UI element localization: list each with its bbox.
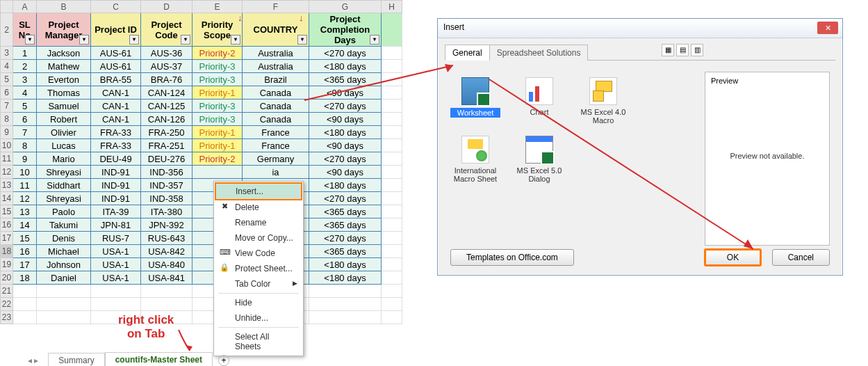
cell-priority[interactable]: Priority-1 (193, 126, 243, 139)
tab-summary[interactable]: Summary (48, 353, 104, 366)
tab-countifs-master[interactable]: countifs-Master Sheet (105, 352, 213, 366)
cell-pm[interactable]: Daniel (37, 271, 91, 285)
cell-pid[interactable]: ITA-39 (91, 205, 141, 218)
new-sheet-button[interactable]: + (218, 355, 229, 366)
cell-days[interactable]: <90 days (309, 113, 382, 126)
cell-pid[interactable]: CAN-1 (91, 86, 141, 100)
cell-pid[interactable]: USA-1 (91, 245, 141, 258)
cell[interactable] (382, 192, 402, 205)
cell-country[interactable]: Australia (243, 60, 309, 73)
cell[interactable] (91, 298, 141, 311)
menu-view-code[interactable]: ⌨View Code (215, 246, 302, 261)
cell-pid[interactable]: FRA-33 (91, 126, 141, 139)
cell[interactable] (382, 205, 402, 218)
cell[interactable] (382, 232, 402, 245)
row-header[interactable]: 5 (1, 73, 13, 86)
cell[interactable] (382, 285, 402, 298)
row-header[interactable]: 12 (1, 166, 13, 179)
menu-delete[interactable]: ✖Delete (215, 200, 302, 215)
cell[interactable] (382, 152, 402, 166)
menu-hide[interactable]: Hide (215, 295, 302, 310)
row-header[interactable]: 18 (1, 245, 13, 258)
cell-pm[interactable]: Jackson (37, 47, 91, 60)
row-header[interactable]: 11 (1, 152, 13, 166)
row-header[interactable]: 13 (1, 179, 13, 192)
cell-pid[interactable]: USA-1 (91, 258, 141, 271)
cell-country[interactable]: France (243, 126, 309, 139)
cell-pid[interactable]: AUS-61 (91, 47, 141, 60)
cell-pcode[interactable]: IND-357 (141, 179, 193, 192)
cell[interactable] (141, 298, 193, 311)
cell-priority[interactable]: Priority-3 (193, 100, 243, 113)
cell-pid[interactable]: FRA-33 (91, 139, 141, 152)
cell-pm[interactable]: Shreyasi (37, 166, 91, 179)
cell-days[interactable]: <270 days (309, 152, 382, 166)
cell[interactable] (382, 179, 402, 192)
row-header[interactable]: 21 (1, 285, 13, 298)
cell-days[interactable]: <365 days (309, 205, 382, 218)
row-header[interactable]: 8 (1, 113, 13, 126)
template-intl-macro[interactable]: International Macro Sheet (450, 136, 500, 183)
cell[interactable] (382, 245, 402, 258)
row-header[interactable]: 22 (1, 298, 13, 311)
row-header[interactable]: 20 (1, 271, 13, 285)
cell-country[interactable]: Germany (243, 152, 309, 166)
row-header[interactable]: 4 (1, 60, 13, 73)
cell-pid[interactable]: BRA-55 (91, 73, 141, 86)
cell-pid[interactable]: RUS-7 (91, 232, 141, 245)
template-macro[interactable]: MS Excel 4.0 Macro (578, 77, 628, 125)
cell-days[interactable]: <180 days (309, 60, 382, 73)
cell-pid[interactable]: CAN-1 (91, 113, 141, 126)
cell-priority[interactable]: Priority-2 (193, 152, 243, 166)
cell[interactable] (382, 47, 402, 60)
cell-slno[interactable]: 12 (13, 192, 37, 205)
cell-days[interactable]: <90 days (309, 166, 382, 179)
cell[interactable] (382, 139, 402, 152)
col-D[interactable]: D (141, 1, 193, 13)
cell-slno[interactable]: 9 (13, 152, 37, 166)
header-pm[interactable]: Project Manager▾ (37, 13, 91, 47)
row-header[interactable]: 9 (1, 126, 13, 139)
cell-pm[interactable]: Johnson (37, 258, 91, 271)
cell-days[interactable]: <270 days (309, 47, 382, 60)
cell-days[interactable]: <270 days (309, 100, 382, 113)
cell-country[interactable]: Brazil (243, 73, 309, 86)
cell-days[interactable]: <270 days (309, 192, 382, 205)
cell-country[interactable]: Canada (243, 86, 309, 100)
cell-pcode[interactable]: IND-356 (141, 166, 193, 179)
col-B[interactable]: B (37, 1, 91, 13)
cell-priority[interactable]: Priority-2 (193, 47, 243, 60)
col-A[interactable]: A (13, 1, 37, 13)
menu-select-all-sheets[interactable]: Select All Sheets (215, 329, 302, 354)
dialog-tab-spreadsheet-solutions[interactable]: Spreadsheet Solutions (489, 45, 589, 61)
filter-button[interactable]: ▾ (231, 35, 240, 45)
filter-button[interactable]: ▾ (297, 35, 307, 45)
cell-days[interactable]: <90 days (309, 139, 382, 152)
row-header[interactable]: 6 (1, 86, 13, 100)
cell-pid[interactable]: CAN-1 (91, 100, 141, 113)
cell-country[interactable]: ia (243, 166, 309, 179)
menu-insert[interactable]: Insert... (215, 182, 302, 200)
cell-slno[interactable]: 2 (13, 60, 37, 73)
cell-pid[interactable]: JPN-81 (91, 218, 141, 232)
cell-pm[interactable]: Mathew (37, 60, 91, 73)
row-header[interactable]: 14 (1, 192, 13, 205)
cell-pid[interactable]: IND-91 (91, 192, 141, 205)
cell-pm[interactable]: Lucas (37, 139, 91, 152)
cell-days[interactable]: <90 days (309, 86, 382, 100)
cell[interactable] (382, 218, 402, 232)
cell[interactable] (382, 13, 402, 47)
cell-slno[interactable]: 14 (13, 218, 37, 232)
cell-pid[interactable]: IND-91 (91, 166, 141, 179)
cell-pm[interactable]: Michael (37, 245, 91, 258)
header-scope[interactable]: Priority Scope▾ (193, 13, 243, 47)
cell-priority[interactable]: Priority-3 (193, 60, 243, 73)
cell-slno[interactable]: 18 (13, 271, 37, 285)
filter-button[interactable]: ▾ (129, 35, 139, 45)
cell-pcode[interactable]: USA-841 (141, 271, 193, 285)
cell-country[interactable]: France (243, 139, 309, 152)
cell-country[interactable]: Australia (243, 47, 309, 60)
cell-pcode[interactable]: CAN-124 (141, 86, 193, 100)
cell[interactable] (37, 311, 91, 324)
cell-pm[interactable]: Olivier (37, 126, 91, 139)
